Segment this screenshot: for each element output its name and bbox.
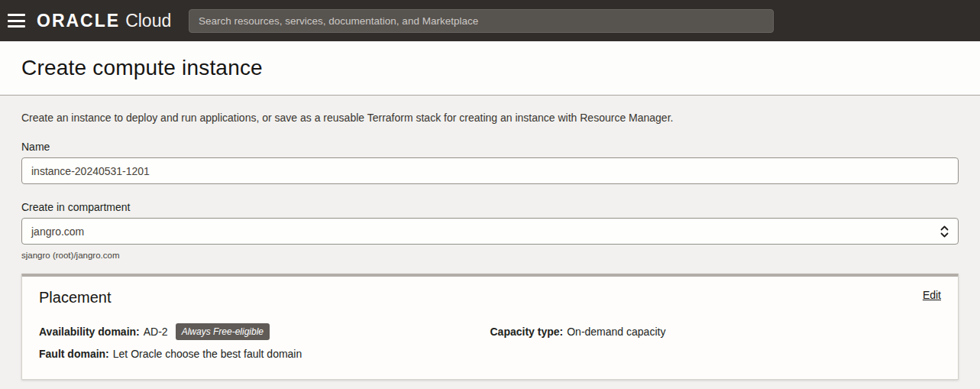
compartment-select[interactable]: jangro.com — [21, 218, 959, 245]
availability-domain-value: AD-2 — [144, 326, 168, 339]
empty-cell — [490, 348, 942, 361]
always-free-badge: Always Free-eligible — [176, 323, 270, 340]
search-input[interactable] — [189, 9, 774, 33]
placement-edit-link[interactable]: Edit — [923, 289, 941, 301]
page-description: Create an instance to deploy and run app… — [21, 96, 959, 124]
capacity-type-row: Capacity type: On-demand capacity — [490, 323, 942, 340]
chevron-up-down-icon — [940, 225, 949, 238]
fault-domain-value: Let Oracle choose the best fault domain — [113, 348, 302, 361]
capacity-type-label: Capacity type: — [490, 326, 564, 339]
page-header: Create compute instance — [0, 41, 980, 96]
topbar: ORACLE Cloud — [0, 0, 980, 41]
capacity-type-value: On-demand capacity — [567, 326, 665, 339]
brand-oracle: ORACLE — [37, 11, 120, 31]
placement-card: Placement Edit Availability domain: AD-2… — [21, 274, 959, 380]
fault-domain-label: Fault domain: — [39, 348, 109, 361]
availability-domain-label: Availability domain: — [39, 326, 140, 339]
fault-domain-row: Fault domain: Let Oracle choose the best… — [39, 348, 490, 361]
compartment-hint: sjangro (root)/jangro.com — [21, 251, 959, 260]
placement-card-header: Placement Edit — [39, 289, 941, 306]
hamburger-menu-icon[interactable] — [8, 12, 25, 29]
name-label: Name — [21, 141, 959, 153]
global-search — [189, 9, 774, 33]
oracle-cloud-logo: ORACLE Cloud — [37, 0, 171, 41]
availability-domain-row: Availability domain: AD-2 Always Free-el… — [39, 323, 490, 340]
main-content: Create an instance to deploy and run app… — [0, 96, 980, 389]
placement-details: Availability domain: AD-2 Always Free-el… — [39, 323, 941, 361]
brand-cloud: Cloud — [125, 11, 171, 31]
compartment-selected-value: jangro.com — [31, 225, 84, 238]
instance-name-input[interactable] — [21, 157, 959, 184]
placement-title: Placement — [39, 289, 112, 306]
compartment-label: Create in compartment — [21, 201, 959, 213]
page-title: Create compute instance — [21, 56, 263, 80]
